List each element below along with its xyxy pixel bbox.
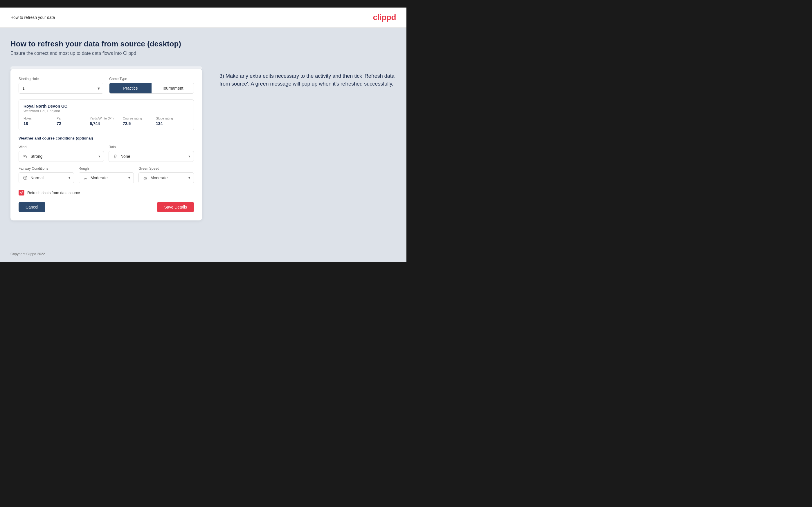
par-value: 72 <box>57 121 90 126</box>
green-speed-icon <box>142 175 148 181</box>
yards-label: Yards/White (M)) <box>90 117 123 120</box>
rough-value: Moderate <box>91 175 129 180</box>
course-rating-value: 72.5 <box>123 121 156 126</box>
game-type-label: Game Type <box>109 77 194 81</box>
rough-group: Rough Moderate ▾ <box>79 167 134 183</box>
green-speed-label: Green Speed <box>139 167 194 171</box>
green-speed-select[interactable]: Moderate ▾ <box>139 172 194 183</box>
button-row: Cancel Save Details <box>18 202 194 212</box>
cancel-button[interactable]: Cancel <box>18 202 45 212</box>
rough-label: Rough <box>79 167 134 171</box>
green-speed-value: Moderate <box>150 175 189 180</box>
par-stat: Par 72 <box>57 117 90 126</box>
starting-hole-select-wrapper[interactable]: 1 <box>18 83 103 94</box>
wind-chevron-icon: ▾ <box>98 154 100 158</box>
wind-label: Wind <box>18 145 104 149</box>
course-info-box: Royal North Devon GC, Westward Ho!, Engl… <box>18 100 194 130</box>
game-type-group: Game Type Practice Tournament <box>109 77 194 94</box>
refresh-checkbox-row: Refresh shots from data source <box>18 190 194 195</box>
course-location: Westward Ho!, England <box>23 109 189 113</box>
slope-rating-value: 134 <box>156 121 189 126</box>
fairway-value: Normal <box>31 175 68 180</box>
wind-select[interactable]: Strong ▾ <box>18 151 104 162</box>
rough-select[interactable]: Moderate ▾ <box>79 172 134 183</box>
top-bar <box>0 0 406 7</box>
holes-value: 18 <box>23 121 57 126</box>
fairway-chevron-icon: ▾ <box>68 176 70 180</box>
rough-chevron-icon: ▾ <box>128 176 130 180</box>
tournament-button[interactable]: Tournament <box>152 83 194 94</box>
page-subtitle: Ensure the correct and most up to date d… <box>10 51 396 56</box>
save-button[interactable]: Save Details <box>157 202 194 212</box>
holes-stat: Holes 18 <box>23 117 57 126</box>
fairway-select[interactable]: Normal ▾ <box>18 172 74 183</box>
refresh-label: Refresh shots from data source <box>27 190 80 195</box>
page-title: How to refresh your data from source (de… <box>10 40 396 48</box>
wind-value: Strong <box>31 154 98 159</box>
wind-icon <box>22 154 28 159</box>
top-row: Starting Hole 1 Game Type Practice Tourn… <box>18 77 194 94</box>
course-rating-label: Course rating <box>123 117 156 120</box>
practice-button[interactable]: Practice <box>109 83 152 94</box>
rain-icon <box>112 154 118 159</box>
logo: clippd <box>373 13 396 22</box>
starting-hole-label: Starting Hole <box>18 77 103 81</box>
refresh-checkbox[interactable] <box>18 190 24 195</box>
wind-group: Wind Strong ▾ <box>18 145 104 162</box>
course-stats: Holes 18 Par 72 Yards/White (M)) 6,744 <box>23 117 189 126</box>
rain-label: Rain <box>109 145 194 149</box>
yards-stat: Yards/White (M)) 6,744 <box>90 117 123 126</box>
starting-hole-select[interactable]: 1 <box>18 83 103 94</box>
slope-rating-label: Slope rating <box>156 117 189 120</box>
fairway-icon <box>22 175 28 181</box>
rough-icon <box>83 175 88 181</box>
fairway-group: Fairway Conditions Normal ▾ <box>18 167 74 183</box>
page-breadcrumb: How to refresh your data <box>10 15 55 20</box>
svg-point-3 <box>145 178 146 179</box>
form-card: Starting Hole 1 Game Type Practice Tourn… <box>10 69 202 220</box>
holes-label: Holes <box>23 117 57 120</box>
side-description: 3) Make any extra edits necessary to the… <box>219 66 396 88</box>
rain-value: None <box>120 154 189 159</box>
green-speed-chevron-icon: ▾ <box>189 176 190 180</box>
green-speed-group: Green Speed Moderate ▾ <box>139 167 194 183</box>
par-label: Par <box>57 117 90 120</box>
side-note: 3) Make any extra edits necessary to the… <box>219 72 396 88</box>
copyright: Copyright Clippd 2022 <box>10 252 45 256</box>
weather-section-heading: Weather and course conditions (optional) <box>18 136 194 140</box>
fairway-label: Fairway Conditions <box>18 167 74 171</box>
rain-select[interactable]: None ▾ <box>109 151 194 162</box>
weather-grid: Wind Strong ▾ <box>18 145 194 162</box>
starting-hole-group: Starting Hole 1 <box>18 77 103 94</box>
header: How to refresh your data clippd <box>0 7 406 28</box>
yards-value: 6,744 <box>90 121 123 126</box>
content-area: Starting Hole 1 Game Type Practice Tourn… <box>10 66 396 220</box>
game-type-buttons: Practice Tournament <box>109 83 194 94</box>
rain-group: Rain None ▾ <box>109 145 194 162</box>
conditions-grid: Fairway Conditions Normal ▾ <box>18 167 194 183</box>
svg-point-0 <box>114 155 116 157</box>
course-name: Royal North Devon GC, <box>23 104 189 109</box>
rain-chevron-icon: ▾ <box>189 154 190 158</box>
form-container: Starting Hole 1 Game Type Practice Tourn… <box>10 66 202 220</box>
course-rating-stat: Course rating 72.5 <box>123 117 156 126</box>
main-content: How to refresh your data from source (de… <box>0 28 406 246</box>
slope-rating-stat: Slope rating 134 <box>156 117 189 126</box>
footer: Copyright Clippd 2022 <box>0 246 406 262</box>
